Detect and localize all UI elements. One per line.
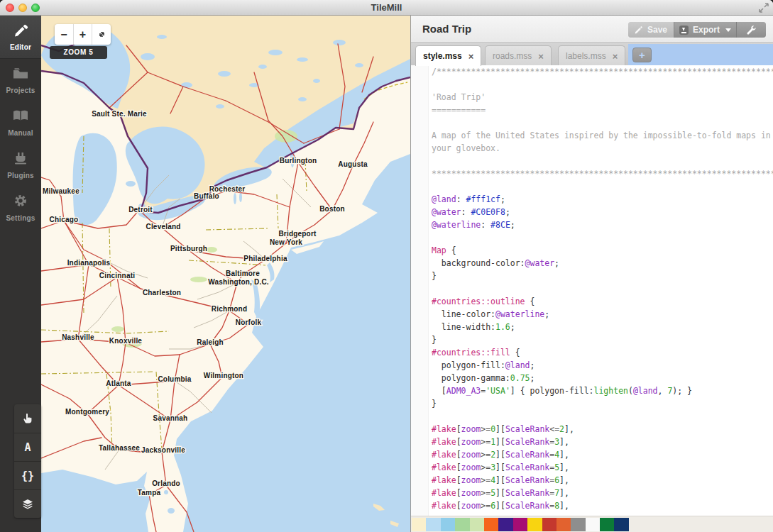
code-line: 28 (411, 410, 773, 423)
palette-swatch[interactable] (614, 518, 628, 531)
hand-icon (22, 413, 33, 424)
fonts-tool-button[interactable]: A (14, 433, 41, 461)
fullscreen-icon[interactable] (759, 3, 769, 13)
palette-swatch[interactable] (470, 518, 484, 531)
tab-roads-mss[interactable]: roads.mss × (485, 45, 552, 66)
palette-swatch[interactable] (412, 518, 426, 531)
code-line: 2 (411, 78, 773, 91)
svg-text:New York: New York (270, 238, 302, 246)
svg-text:Jacksonville: Jacksonville (141, 446, 185, 454)
svg-text:Milwaukee: Milwaukee (43, 187, 80, 195)
code-line: 15Map { (411, 244, 773, 257)
svg-text:Pittsburgh: Pittsburgh (170, 245, 207, 253)
zoom-control: − + (55, 24, 111, 45)
code-line: 25 polygon-gamma:0.75; (411, 372, 773, 384)
layers-button[interactable] (14, 489, 41, 518)
svg-text:Norfolk: Norfolk (236, 318, 262, 326)
carto-reference-button[interactable]: {} (14, 461, 41, 489)
palette-swatch[interactable] (542, 518, 557, 531)
book-icon (11, 108, 30, 123)
palette-swatch[interactable] (571, 518, 585, 531)
zoom-extent-button[interactable] (92, 24, 111, 45)
palette-swatch[interactable] (586, 518, 600, 531)
svg-text:Sault Ste. Marie: Sault Ste. Marie (92, 110, 147, 118)
zoom-out-button[interactable]: − (55, 24, 74, 45)
code-line: 32#lake[zoom>=3][ScaleRank=5], (411, 461, 773, 474)
tab-label: style.mss (423, 51, 462, 61)
export-button[interactable]: Export (674, 22, 736, 38)
close-icon[interactable]: × (468, 52, 474, 61)
code-line: 11@land: #fff1cf; (411, 193, 773, 206)
download-icon (679, 26, 689, 35)
titlebar: TileMill (0, 0, 773, 16)
code-editor[interactable]: 1/**************************************… (411, 65, 773, 516)
svg-text:Cincinnati: Cincinnati (99, 272, 135, 279)
braces-icon: {} (21, 470, 34, 482)
svg-text:Columbia: Columbia (158, 375, 191, 383)
sidebar-item-plugins[interactable]: Plugins (0, 144, 41, 187)
map-render: Sault Ste. MarieMilwaukeeChicagoDetroitC… (41, 16, 410, 532)
layers-icon (22, 499, 33, 510)
svg-text:Boston: Boston (319, 205, 345, 213)
svg-text:Rochester: Rochester (209, 185, 246, 193)
palette-swatch[interactable] (513, 518, 527, 531)
pan-tool-button[interactable] (14, 404, 41, 433)
code-line: 31#lake[zoom>=2][ScaleRank=4], (411, 448, 773, 461)
code-line: 30#lake[zoom>=1][ScaleRank=3], (411, 436, 773, 448)
code-line: 16 background-color:@water; (411, 257, 773, 270)
sidebar-item-manual[interactable]: Manual (0, 101, 41, 144)
svg-text:Cleveland: Cleveland (146, 223, 180, 231)
palette-swatch[interactable] (441, 518, 455, 531)
code-line: 24 polygon-fill:@land; (411, 359, 773, 372)
code-line: 6A map of the United States inspired by … (411, 129, 773, 142)
sidebar-item-settings[interactable]: Settings (0, 187, 41, 229)
add-stylesheet-button[interactable]: + (632, 48, 652, 62)
code-line: 8 (411, 155, 773, 167)
sidebar-item-label: Settings (6, 214, 35, 222)
sidebar-item-projects[interactable]: Projects (0, 59, 41, 101)
chevron-down-icon (725, 28, 731, 32)
svg-text:Tampa: Tampa (138, 489, 161, 497)
code-line: 14 (411, 231, 773, 244)
project-title: Road Trip (422, 23, 471, 35)
palette-swatch[interactable] (426, 518, 440, 531)
zoom-in-button[interactable]: + (74, 24, 93, 45)
code-line: 17} (411, 270, 773, 282)
svg-text:Nashville: Nashville (62, 333, 94, 341)
app-window: TileMill Editor Projects Manual (0, 0, 773, 532)
map-canvas[interactable]: Sault Ste. MarieMilwaukeeChicagoDetroitC… (41, 16, 410, 532)
svg-text:Philadelphia: Philadelphia (243, 255, 287, 262)
plug-icon (11, 150, 30, 166)
palette-swatch[interactable] (484, 518, 498, 531)
palette-swatch[interactable] (498, 518, 512, 531)
code-line: 34#lake[zoom>=5][ScaleRank=7], (411, 487, 773, 499)
code-line: 18 (411, 282, 773, 295)
close-icon[interactable]: × (613, 52, 618, 61)
tab-style-mss[interactable]: style.mss × (415, 45, 481, 66)
palette-swatch[interactable] (557, 518, 571, 531)
palette-swatch[interactable] (600, 518, 614, 531)
tab-labels-mss[interactable]: labels.mss × (558, 45, 625, 66)
svg-text:Wilmington: Wilmington (204, 372, 243, 379)
svg-text:Buffalo: Buffalo (194, 192, 219, 200)
svg-text:Knoxville: Knoxville (109, 337, 142, 345)
header-buttons: Save Export (628, 22, 766, 38)
code-line: 10 (411, 180, 773, 193)
folder-icon (11, 65, 30, 81)
project-settings-button[interactable] (736, 22, 766, 38)
sidebar-item-editor[interactable]: Editor (0, 16, 41, 59)
save-button-label: Save (647, 25, 667, 35)
save-button[interactable]: Save (628, 22, 674, 38)
svg-text:Burlington: Burlington (280, 157, 317, 165)
svg-text:Augusta: Augusta (338, 160, 368, 168)
palette-swatch[interactable] (455, 518, 469, 531)
color-palette-strip (411, 516, 773, 532)
palette-swatch[interactable] (527, 518, 542, 531)
svg-text:Washington, D.C.: Washington, D.C. (208, 278, 269, 286)
svg-text:Richmond: Richmond (212, 305, 248, 313)
close-icon[interactable]: × (538, 52, 544, 61)
tabbar: style.mss × roads.mss × labels.mss × + (411, 43, 773, 65)
code-line: 33#lake[zoom>=4][ScaleRank=6], (411, 474, 773, 487)
svg-text:Chicago: Chicago (50, 216, 79, 223)
pencil-icon (11, 22, 30, 38)
